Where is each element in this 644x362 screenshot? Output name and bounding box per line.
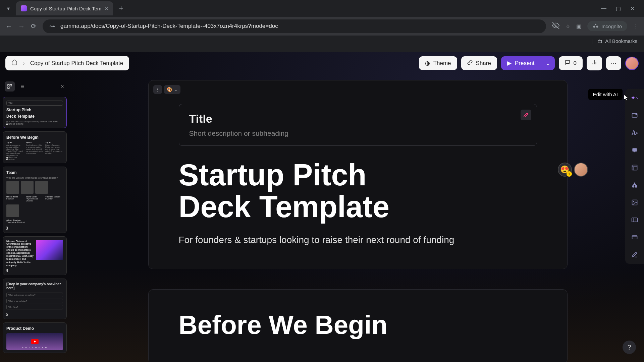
url-input[interactable]: ⊶ gamma.app/docs/Copy-of-Startup-Pitch-D… (43, 19, 546, 33)
new-tab-button[interactable]: + (116, 4, 127, 13)
app-toolbar: › Copy of Startup Pitch Deck Template ◑ … (0, 52, 644, 74)
subtitle-placeholder[interactable]: Short description or subheading (189, 129, 527, 137)
home-icon[interactable] (11, 59, 17, 67)
close-window-icon[interactable]: ✕ (630, 5, 635, 12)
panel-icon[interactable]: ▣ (576, 23, 581, 29)
card-toolbar: ⋮ 🎨 ⌄ (153, 85, 180, 94)
present-dropdown[interactable]: ⌄ (541, 57, 555, 70)
tab-close-icon[interactable]: × (105, 5, 108, 12)
tab-title: Copy of Startup Pitch Deck Tem (30, 6, 101, 11)
main-subheading[interactable]: For founders & startups looking to raise… (179, 235, 537, 245)
sidebar-view-tabs: × (3, 79, 69, 94)
breadcrumb[interactable]: › Copy of Startup Pitch Deck Template (5, 56, 129, 70)
insert-rail: ✦AI Aa (625, 89, 644, 264)
slide-thumb-6[interactable]: Product Demo S U P E R M A N (3, 322, 67, 353)
svg-rect-22 (632, 218, 638, 222)
analytics-button[interactable] (587, 56, 602, 70)
svg-rect-4 (10, 84, 12, 86)
person-photo (21, 181, 34, 194)
svg-rect-15 (632, 165, 637, 170)
maximize-icon[interactable]: ▢ (616, 5, 621, 12)
gamma-favicon-icon (21, 5, 27, 11)
video-icon[interactable] (630, 216, 639, 224)
sidebar-grid-view[interactable] (5, 81, 15, 92)
edit-title-button[interactable] (521, 110, 531, 120)
url-text: gamma.app/docs/Copy-of-Startup-Pitch-Dec… (60, 23, 278, 29)
chart-icon (591, 59, 597, 67)
theme-button[interactable]: ◑ Theme (419, 56, 457, 70)
chevron-down-icon: ⌄ (174, 87, 178, 92)
incognito-icon (593, 23, 599, 29)
sidebar-list-view[interactable] (17, 81, 27, 92)
palette-icon: 🎨 (167, 87, 172, 92)
sidebar-close-icon[interactable]: × (58, 83, 67, 90)
slide-thumb-4[interactable]: Mission Statement Overarching objective … (3, 236, 67, 275)
layout-icon[interactable] (630, 163, 639, 172)
title-block[interactable]: Title Short description or subheading (179, 104, 537, 146)
form-icon[interactable] (630, 250, 639, 259)
card-drag-handle[interactable]: ⋮ (153, 85, 162, 94)
document-title[interactable]: Copy of Startup Pitch Deck Template (30, 60, 123, 67)
tab-bar: ▾ Copy of Startup Pitch Deck Tem × + — ▢… (0, 0, 644, 17)
chevron-right-icon: › (23, 60, 25, 67)
reload-button[interactable]: ⟳ (31, 22, 37, 30)
present-button[interactable]: ▶ Present (501, 56, 541, 70)
bookmarks-bar: | 🗀 All Bookmarks (0, 36, 644, 47)
svg-rect-3 (8, 84, 9, 86)
slide-2-heading[interactable]: Before We Begin (179, 310, 537, 340)
viewer-avatar[interactable] (574, 163, 588, 177)
share-button[interactable]: Share (461, 56, 497, 70)
shapes-icon[interactable] (630, 181, 639, 189)
present-button-group: ▶ Present ⌄ (501, 56, 555, 70)
canvas-area[interactable]: ⋮ 🎨 ⌄ Title Short description or subhead… (71, 76, 644, 362)
folder-icon: 🗀 (597, 38, 602, 44)
slide-list[interactable]: Title Startup Pitch Deck Template For fo… (3, 97, 69, 359)
svg-rect-14 (632, 148, 637, 152)
pencil-icon (523, 112, 529, 118)
callout-icon[interactable] (630, 146, 639, 155)
title-label[interactable]: Title (189, 112, 527, 125)
workspace: × Title Startup Pitch Deck Template For … (0, 76, 644, 362)
minimize-icon[interactable]: — (601, 5, 606, 12)
bookmark-star-icon[interactable]: ☆ (566, 23, 570, 29)
user-avatar[interactable] (625, 57, 639, 70)
eye-off-icon[interactable] (552, 22, 559, 31)
slide-thumb-2[interactable]: Before We Begin Tip #1Always assume peop… (3, 131, 67, 163)
back-button[interactable]: ← (5, 22, 12, 30)
card-style-button[interactable]: 🎨 ⌄ (164, 85, 180, 94)
card-templates-icon[interactable] (630, 111, 639, 120)
more-menu-button[interactable]: ⋯ (606, 56, 621, 70)
rail-tooltip: Edit with AI (588, 89, 623, 100)
browser-menu-icon[interactable]: ⋮ (633, 23, 639, 29)
slide-card-2[interactable]: Before We Begin (148, 289, 568, 362)
help-button[interactable]: ? (623, 341, 636, 354)
svg-rect-5 (8, 87, 9, 88)
svg-rect-19 (635, 185, 637, 188)
play-icon: ▶ (507, 60, 512, 67)
all-bookmarks-button[interactable]: 🗀 All Bookmarks (597, 38, 637, 44)
forward-button[interactable]: → (18, 22, 25, 30)
image-icon[interactable] (630, 198, 639, 207)
person-photo (6, 204, 19, 217)
comments-button[interactable]: 0 (559, 56, 583, 70)
site-settings-icon[interactable]: ⊶ (49, 23, 55, 30)
slide-card-1[interactable]: ⋮ 🎨 ⌄ Title Short description or subhead… (148, 80, 568, 269)
slide-thumb-1[interactable]: Title Startup Pitch Deck Template For fo… (3, 97, 67, 128)
tabs-dropdown[interactable]: ▾ (3, 3, 13, 13)
text-formatting-icon[interactable]: Aa (630, 128, 639, 137)
main-heading[interactable]: Startup Pitch Deck Template (179, 159, 537, 223)
chevron-down-icon: ⌄ (546, 60, 550, 66)
reaction-emoji[interactable]: 😍1 (558, 163, 572, 177)
ai-edit-icon[interactable]: ✦AI (630, 94, 639, 102)
video-thumbnail: S U P E R M A N (6, 333, 63, 350)
person-photo (6, 181, 19, 194)
gamma-app: › Copy of Startup Pitch Deck Template ◑ … (0, 52, 644, 362)
incognito-badge[interactable]: Incognito (587, 21, 627, 31)
browser-chrome: ▾ Copy of Startup Pitch Deck Tem × + — ▢… (0, 0, 644, 52)
address-bar: ← → ⟳ ⊶ gamma.app/docs/Copy-of-Startup-P… (0, 17, 644, 36)
slide-thumb-3[interactable]: Team Who are you and what makes your tea… (3, 167, 67, 233)
browser-tab[interactable]: Copy of Startup Pitch Deck Tem × (16, 1, 113, 15)
embed-icon[interactable] (630, 233, 639, 242)
slide-thumb-5[interactable]: [Drop in your company's one-liner here] … (3, 279, 67, 319)
person-photo (35, 181, 48, 194)
